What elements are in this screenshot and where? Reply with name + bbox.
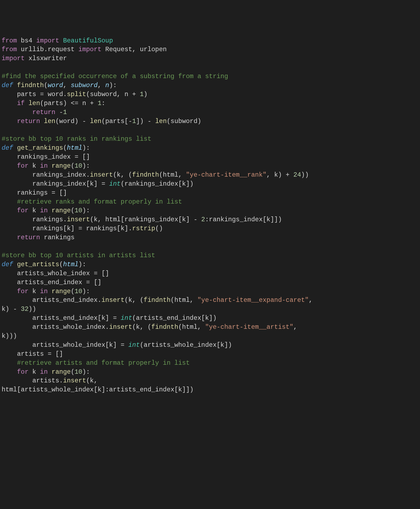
code-token: get_artists [17,261,59,268]
code-token: from [2,37,21,44]
code-line[interactable]: artists = [] [2,350,418,359]
code-line[interactable]: def findnth(word, subword, n): [2,81,418,90]
code-line[interactable]: #retrieve artists and format properly in… [2,359,418,368]
code-line[interactable]: from bs4 import BeautifulSoup [2,36,418,45]
code-line[interactable]: for k in range(10): [2,287,418,296]
code-token: rankings[k] [2,225,78,232]
code-line[interactable]: return rankings [2,233,418,242]
code-line[interactable]: artists_whole_index[k] = int(artists_who… [2,341,418,350]
code-token: def [2,144,17,152]
code-token: rankings_index[k] [2,180,102,188]
code-line[interactable]: k) - 32)) [2,305,418,314]
code-line[interactable]: for k in range(10): [2,162,418,171]
code-line[interactable]: if len(parts) <= n + 1: [2,99,418,108]
code-line[interactable]: from urllib.request import Request, urlo… [2,45,418,54]
code-line[interactable]: #find the specified occurrence of a subs… [2,72,418,81]
code-token: artists_end_index. [2,296,102,304]
code-line[interactable] [2,242,418,251]
code-token: rankings. [2,216,67,223]
code-line[interactable]: for k in range(10): [2,206,418,215]
code-token: len [155,118,167,125]
code-token: k [32,207,40,214]
code-line[interactable]: rankings_index.insert(k, (findnth(html, … [2,171,418,180]
code-token: = [51,189,59,197]
code-line[interactable]: rankings.insert(k, html[rankings_index[k… [2,215,418,224]
code-line[interactable]: k))) [2,332,418,341]
code-token [2,207,17,214]
code-token [2,162,17,170]
code-token: #retrieve ranks and format properly in l… [17,198,182,206]
code-line[interactable]: artists_end_index[k] = int(artists_end_i… [2,314,418,323]
code-token: xlsxwriter [29,55,67,62]
code-token: (html, [178,323,205,331]
code-token: k [32,368,40,376]
code-token [2,368,17,376]
code-line[interactable]: artists_end_index = [] [2,278,418,287]
code-line[interactable]: import xlsxwriter [2,54,418,63]
code-token: return [17,118,44,125]
code-token: findnth [144,296,171,304]
code-token: (k, html[rankings_index[k] [90,216,194,223]
code-token: (subword, n [86,91,132,98]
code-token: , [98,82,105,89]
code-line[interactable]: #store bb top 10 ranks in rankings list [2,135,418,144]
code-token [2,198,17,206]
code-line[interactable]: def get_artists(html): [2,260,418,269]
code-token: range [51,368,71,376]
code-token: = [121,341,128,349]
code-token: #retrieve artists and format properly in… [17,359,190,367]
code-token: 2 [201,216,205,223]
code-token: in [40,368,51,376]
code-token: - [148,118,155,125]
code-token: word. [48,91,67,98]
code-token: for [17,162,32,170]
code-line[interactable]: rankings[k] = rankings[k].rstrip() [2,224,418,233]
code-line[interactable]: html[artists_whole_index[k]:artists_end_… [2,385,418,394]
code-line[interactable]: def get_rankings(html): [2,144,418,153]
code-token: int [121,314,132,322]
code-token: = [75,153,82,161]
code-line[interactable]: #retrieve ranks and format properly in l… [2,198,418,207]
code-line[interactable]: rankings_index = [] [2,153,418,162]
code-token: subword [71,82,98,89]
code-line[interactable]: parts = word.split(subword, n + 1) [2,90,418,99]
code-token: ( [71,162,75,170]
code-line[interactable]: artists_whole_index = [] [2,269,418,278]
code-token: + [90,100,97,107]
code-token: range [51,288,71,295]
code-editor[interactable]: from bs4 import BeautifulSoupfrom urllib… [0,36,420,395]
code-line[interactable]: artists_end_index.insert(k, (findnth(htm… [2,296,418,305]
code-token: n [105,82,109,89]
code-token: len [29,100,40,107]
code-token: for [17,368,32,376]
code-token: 1 [98,100,102,107]
code-token: artists_end_index[k] [2,314,113,322]
code-token: - [13,305,21,313]
code-line[interactable]: artists.insert(k, [2,376,418,385]
code-token: def [2,82,17,89]
code-line[interactable]: rankings_index[k] = int(rankings_index[k… [2,180,418,189]
code-line[interactable]: for k in range(10): [2,368,418,377]
code-token: len [44,118,55,125]
code-token: artists_whole_index[k] [2,341,121,349]
code-token: )) [29,305,36,313]
code-token: get_rankings [17,144,63,152]
code-line[interactable]: #store bb top 10 artists in artists list [2,251,418,260]
code-token: BeautifulSoup [63,37,113,44]
code-line[interactable] [2,63,418,72]
code-line[interactable] [2,126,418,135]
code-token: rankings_index [2,153,75,161]
code-line[interactable]: return -1 [2,108,418,117]
code-line[interactable]: rankings = [] [2,189,418,198]
code-token: k) [2,305,13,313]
code-token [2,109,32,116]
code-token: (parts[ [102,118,128,125]
code-line[interactable]: artists_whole_index.insert(k, (findnth(h… [2,323,418,332]
code-line[interactable]: return len(word) - len(parts[-1]) - len(… [2,117,418,126]
code-token: [] [55,350,63,358]
code-token: = [113,314,121,322]
code-token [2,288,17,295]
code-token: = [94,270,101,277]
code-token: split [67,91,86,98]
code-token: (k, ( [124,296,144,304]
